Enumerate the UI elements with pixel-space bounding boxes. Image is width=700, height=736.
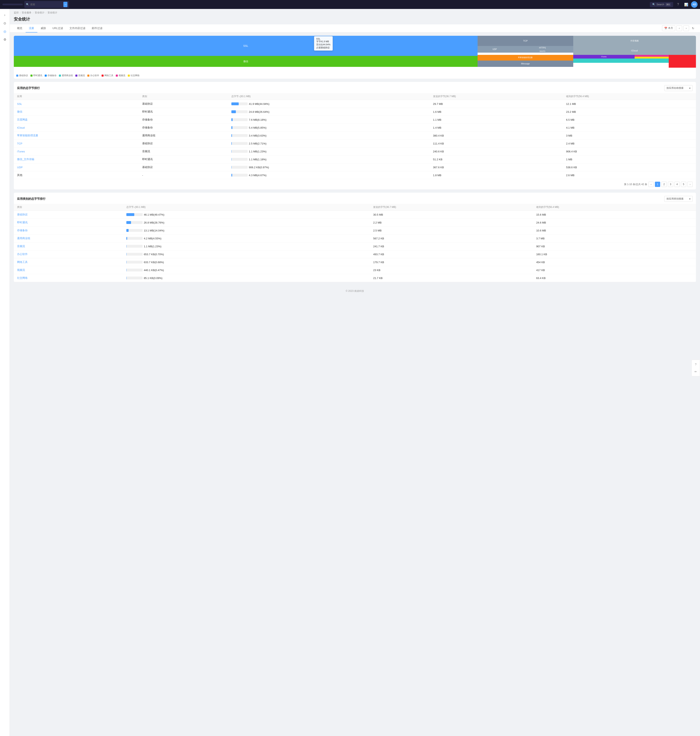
app-other-bar [231, 174, 232, 177]
app-icloud-link[interactable]: ICloud [14, 124, 139, 132]
app-wechat-file-link[interactable]: 微信_文件传输 [14, 156, 139, 163]
treemap-tcp[interactable]: TCP [478, 36, 573, 46]
app-apple-link[interactable]: 苹果智能助理流量 [14, 132, 139, 140]
next-page-button[interactable]: › [687, 182, 693, 187]
treemap-https[interactable]: HTTPS [512, 46, 573, 50]
sidebar-item-settings[interactable]: ⚙ [1, 36, 9, 43]
cat-storage-received: 10.6 MB [533, 227, 696, 234]
treemap-icloud[interactable]: ICloud [573, 46, 696, 55]
cat-basic-received: 15.6 MB [533, 211, 696, 219]
cat-social-bar-wrap [126, 277, 143, 280]
app-udp-link[interactable]: UDP [14, 163, 139, 171]
cat-storage-link[interactable]: 存储备份 [14, 227, 123, 234]
legend-basic-protocol: 基础协议 [16, 74, 28, 77]
tooltip-category: 占据基础协议 [316, 46, 331, 49]
category-table-header: 类别 总字节↓(93.1 MB) 发送的字节(36.7 MB) 收到的字节(56… [14, 204, 696, 211]
page-3-button[interactable]: 3 [668, 182, 673, 187]
treemap-udp[interactable]: UDP [478, 46, 512, 52]
tab-url[interactable]: URL过滤 [49, 24, 66, 32]
breadcrumb-security-stats[interactable]: 安全统计 [35, 11, 44, 15]
treemap-imaps[interactable]: IMAPS [512, 50, 573, 52]
footer: © 2023 南凌科技 [14, 285, 696, 297]
cat-social-link[interactable]: 社交网络 [14, 274, 123, 282]
treemap-legend: 基础协议 即时通讯 存储备份 通用商业组 [14, 72, 696, 79]
app-tcp-link[interactable]: TCP [14, 140, 139, 147]
tab-file[interactable]: 文件内容过滤 [66, 24, 88, 32]
refresh-button[interactable]: ↻ [690, 25, 696, 31]
next-period-button[interactable]: › [683, 25, 689, 31]
app-wechat-file-bar-wrap [231, 158, 248, 161]
treemap-wechat[interactable]: 微信 [14, 56, 478, 67]
cat-commerce-link[interactable]: 通用商业组 [14, 234, 123, 243]
app-bytes-section: 应用的总字节排行 按应用名称搜索 ▾ 应用 类别 总字节↓(93.1 MB) 发… [14, 82, 696, 189]
global-search-button[interactable]: 🔍 Search ⌘K [650, 2, 673, 7]
treemap-small2[interactable] [635, 55, 669, 57]
treemap-baidu-flow[interactable]: 苹果智能助理流量 [478, 55, 573, 61]
cat-network-link[interactable]: 网络工具 [14, 258, 123, 266]
col-received: 收到的字节(56.4 MB) [563, 93, 696, 100]
page-2-button[interactable]: 2 [662, 182, 667, 187]
category-search-dropdown[interactable]: 按应用类别搜索 ▾ [664, 196, 693, 202]
treemap-small5[interactable] [669, 55, 696, 68]
legend-dot-commerce [59, 75, 61, 77]
chart-icon[interactable]: 📊 [683, 1, 690, 8]
sidebar-item-expand[interactable]: › [1, 11, 9, 19]
cat-im-bar-wrap [126, 221, 143, 224]
tab-traffic[interactable]: 流量 [26, 24, 37, 32]
app-udp-sent: 367.6 KB [430, 163, 563, 171]
app-tcp-bar [231, 142, 232, 145]
app-section-title: 应用的总字节排行 [17, 86, 40, 90]
footer-text: © 2023 南凌科技 [346, 290, 364, 292]
side-edit-icon[interactable]: ✏ [693, 369, 699, 374]
legend-dot-social [128, 75, 130, 77]
sidebar-item-security[interactable]: ◎ [1, 28, 9, 35]
app-other-category: - [139, 171, 228, 179]
legend-label-basic: 基础协议 [19, 74, 28, 77]
avatar[interactable]: AD [691, 1, 697, 8]
app-icloud-category: 存储备份 [139, 124, 228, 132]
treemap-small3[interactable] [635, 57, 669, 59]
app-wechat-link[interactable]: 微信 [14, 108, 139, 116]
search-submit-button[interactable]: → [63, 2, 68, 7]
app-search-dropdown[interactable]: 按应用名称搜索 ▾ [664, 85, 693, 91]
breadcrumb-security-service[interactable]: 安全服务 [22, 11, 31, 15]
legend-dot-basic [16, 75, 18, 77]
treemap-gray-top[interactable]: 抖音视频 [573, 36, 696, 46]
tab-threat[interactable]: 威胁 [37, 24, 49, 32]
breadcrumb: 监控 / 安全服务 / 安全统计 / 安全统计 [10, 9, 700, 16]
table-row: 音频流 1.1 MB(1.23%) 241.7 KB 907 [14, 243, 696, 250]
main-layout: › ⊙ ◎ ⚙ 监控 / 安全服务 / 安全统计 / 安全统计 安全统计 概览 … [0, 9, 700, 736]
treemap-small4[interactable] [573, 59, 669, 63]
page-4-button[interactable]: 4 [674, 182, 680, 187]
cat-basic-link[interactable]: 基础协议 [14, 211, 123, 219]
page-1-button[interactable]: 1 [655, 182, 660, 187]
app-baidu-link[interactable]: 百度网盘 [14, 116, 139, 124]
app-wechat-bar [231, 110, 236, 113]
cat-audio-link[interactable]: 音频流 [14, 243, 123, 250]
prev-period-button[interactable]: ‹ [676, 25, 682, 31]
treemap-small1[interactable]: iTunes [573, 55, 635, 59]
tab-mail[interactable]: 邮件过滤 [88, 24, 106, 32]
chevron-down-icon-cat: ▾ [689, 197, 690, 200]
cat-office-link[interactable]: 办公软件 [14, 250, 123, 258]
legend-dot-video [116, 75, 118, 77]
prev-page-button[interactable]: ‹ [649, 182, 654, 187]
app-itunes-link[interactable]: iTunes [14, 147, 139, 156]
app-ssl-link[interactable]: SSL [14, 100, 139, 108]
treemap[interactable]: SSL SSL 字节41.9 MB 百分比44.94% 占据基础协议 TCP [14, 36, 696, 72]
treemap-ssl[interactable]: SSL [14, 36, 478, 56]
sidebar-item-monitor[interactable]: ⊙ [1, 19, 9, 27]
breadcrumb-monitor[interactable]: 监控 [14, 11, 19, 15]
cat-video-link[interactable]: 视频流 [14, 266, 123, 274]
period-button[interactable]: 📅 本月 [662, 25, 675, 31]
cat-office-bar-wrap [126, 253, 143, 256]
legend-video: 视频流 [116, 74, 125, 77]
treemap-imessage[interactable]: iMessage [478, 60, 573, 67]
side-help-icon[interactable]: ? [693, 362, 699, 367]
app-baidu-received: 6.5 MB [563, 116, 696, 124]
tab-overview[interactable]: 概览 [14, 24, 26, 32]
search-input[interactable] [30, 3, 62, 6]
cat-im-link[interactable]: 即时通讯 [14, 219, 123, 227]
question-icon[interactable]: ? [675, 1, 681, 8]
page-5-button[interactable]: 5 [681, 182, 686, 187]
